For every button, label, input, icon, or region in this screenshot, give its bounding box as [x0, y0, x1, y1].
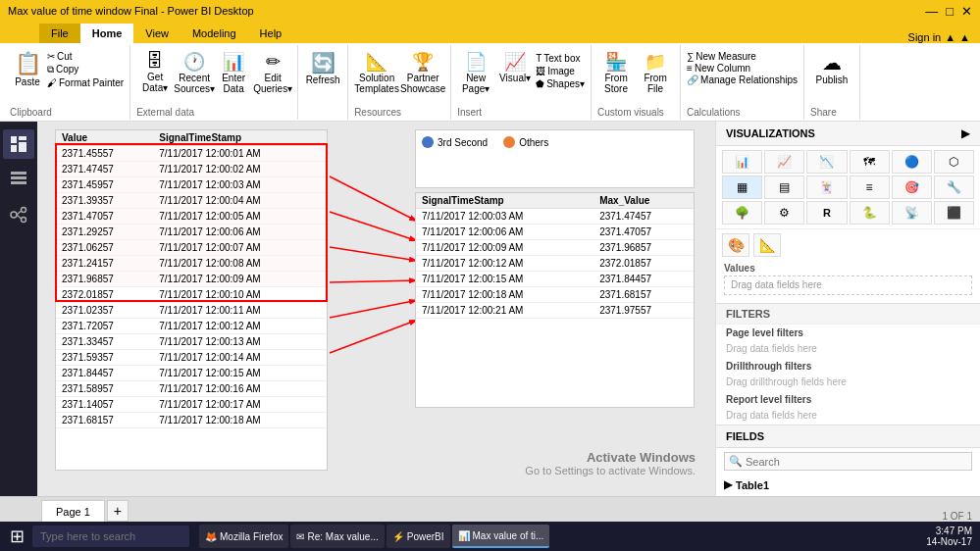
textbox-button[interactable]: T Text box: [536, 53, 585, 64]
image-button[interactable]: 🖼 Image: [536, 66, 585, 76]
table2-maxvalue-5: 2371.68157: [593, 287, 694, 303]
taskbar-email[interactable]: ✉ Re: Max value...: [290, 525, 384, 548]
viz-icon-r[interactable]: R: [806, 201, 847, 225]
new-measure-button[interactable]: ∑ New Measure: [687, 51, 798, 62]
taskbar-firefox[interactable]: 🦊 Mozilla Firefox: [199, 525, 288, 548]
viz-icon-donut[interactable]: 🔵: [892, 150, 932, 174]
viz-icon-matrix[interactable]: ▤: [764, 175, 804, 199]
close-button[interactable]: ✕: [961, 4, 972, 19]
publish-button[interactable]: ☁ Publish: [810, 47, 853, 100]
table2-timestamp-2: 7/11/2017 12:00:09 AM: [416, 240, 593, 256]
paste-button[interactable]: 📋 Paste: [10, 47, 45, 100]
viz-icon-card[interactable]: 🃏: [806, 175, 847, 199]
analytics-button[interactable]: 📐: [753, 233, 781, 257]
format-painter-button[interactable]: 🖌 Format Painter: [47, 77, 124, 88]
drillthrough-drop[interactable]: Drag drillthrough fields here: [716, 375, 980, 391]
svg-point-9: [22, 218, 26, 223]
maximize-button[interactable]: □: [946, 4, 954, 19]
copy-button[interactable]: ⧉ Copy: [47, 64, 124, 75]
viz-icon-gauge[interactable]: ⚙: [764, 201, 804, 225]
table2-row-4: 7/11/2017 12:00:15 AM 2371.84457: [416, 272, 694, 287]
taskbar-active-window[interactable]: 📊 Max value of ti...: [452, 525, 550, 548]
viz-icon-treemap[interactable]: 🌳: [722, 201, 762, 225]
format-visual-button[interactable]: 🎨: [722, 233, 749, 257]
viz-icon-multirow[interactable]: ≡: [850, 175, 890, 199]
add-page-button[interactable]: +: [107, 500, 129, 522]
table2-timestamp-0: 7/11/2017 12:00:03 AM: [416, 209, 593, 225]
viz-icon-combo[interactable]: ⬛: [934, 201, 974, 225]
get-data-button[interactable]: 🗄 GetData▾: [136, 51, 174, 100]
table2-maxvalue-4: 2371.84457: [593, 272, 694, 287]
svg-rect-1: [19, 136, 26, 140]
legend-others-label: Others: [519, 137, 548, 148]
field-item-0[interactable]: ✓ 3rd_Second: [736, 495, 972, 496]
fields-search-box[interactable]: 🔍: [724, 452, 972, 471]
table2-maxvalue-2: 2371.96857: [593, 240, 694, 256]
visual-button[interactable]: 📈 Visual▾: [496, 51, 534, 100]
drillthrough-filters-label: Drillthrough filters: [716, 358, 980, 375]
taskbar-clock: 3:47 PM 14-Nov-17: [926, 526, 976, 547]
table-visual-1[interactable]: Value SignalTimeStamp 2371.45557 7/11/20…: [55, 129, 328, 471]
expand-button[interactable]: ▲: [959, 31, 970, 43]
report-view-button[interactable]: [3, 129, 34, 159]
taskbar-search[interactable]: [32, 526, 189, 547]
minimize-button[interactable]: —: [925, 4, 938, 19]
search-icon: 🔍: [729, 455, 743, 468]
page-1-tab[interactable]: Page 1: [41, 500, 105, 522]
enter-data-button[interactable]: 📊 EnterData: [215, 51, 252, 100]
manage-relationships-button[interactable]: 🔗 Manage Relationships: [687, 75, 798, 85]
tab-view[interactable]: View: [133, 24, 181, 43]
recent-sources-icon: 🕐: [183, 51, 205, 73]
viz-icon-line[interactable]: 📈: [764, 150, 804, 174]
tab-file[interactable]: File: [39, 24, 80, 43]
recent-sources-button[interactable]: 🕐 RecentSources▾: [176, 51, 213, 100]
viz-icon-kpi[interactable]: 🎯: [892, 175, 932, 199]
viz-icon-py[interactable]: 🐍: [850, 201, 890, 225]
page-level-filters-label: Page level filters: [716, 325, 980, 341]
svg-rect-4: [11, 172, 26, 175]
relationships-view-button[interactable]: [3, 200, 34, 229]
values-well-drop[interactable]: Drag data fields here: [724, 276, 972, 295]
edit-queries-button[interactable]: ✏ EditQueries▾: [254, 51, 291, 100]
solution-templates-button[interactable]: 📐 Solution Templates: [354, 51, 399, 100]
partner-showcase-button[interactable]: 🏆 Partner Showcase: [401, 51, 444, 100]
start-button[interactable]: ⊞: [4, 526, 30, 547]
viz-icon-vert-bar[interactable]: 📡: [892, 201, 932, 225]
table1-row-1: 2371.47457 7/11/2017 12:00:02 AM: [56, 162, 327, 177]
refresh-button[interactable]: 🔄 Refresh: [304, 47, 341, 100]
from-file-button[interactable]: 📁 From File: [637, 51, 674, 100]
tab-help[interactable]: Help: [248, 24, 294, 43]
insert-label: Insert: [457, 107, 585, 118]
fields-search-input[interactable]: [746, 456, 967, 468]
taskbar-powerbi[interactable]: ⚡ PowerBI: [387, 525, 450, 548]
viz-icon-slicer[interactable]: 🔧: [934, 175, 974, 199]
viz-panel-expand[interactable]: ▶: [961, 126, 970, 140]
tab-modeling[interactable]: Modeling: [181, 24, 248, 43]
new-page-button[interactable]: 📄 New Page▾: [457, 51, 494, 100]
sign-in-button[interactable]: Sign in: [908, 31, 942, 43]
tab-home[interactable]: Home: [80, 24, 134, 43]
new-column-button[interactable]: ≡ New Column: [687, 63, 798, 74]
table1-value-4: 2371.47057: [56, 209, 153, 225]
viz-icon-bar[interactable]: 📊: [722, 150, 762, 174]
viz-icon-area[interactable]: 📉: [806, 150, 847, 174]
from-store-button[interactable]: 🏪 From Store: [597, 51, 635, 100]
table1-value-7: 2371.24157: [56, 256, 153, 272]
viz-icon-map[interactable]: 🗺: [850, 150, 890, 174]
viz-icon-scatter[interactable]: ⬡: [934, 150, 974, 174]
edit-queries-icon: ✏: [266, 51, 281, 73]
table1-timestamp-1: 7/11/2017 12:00:02 AM: [153, 162, 327, 177]
report-level-drop[interactable]: Drag data fields here: [716, 408, 980, 425]
powerbi-icon: ⚡: [392, 531, 404, 542]
table-visual-2[interactable]: SignalTimeStamp Max_Value 7/11/2017 12:0…: [415, 192, 695, 408]
table1-header[interactable]: ▶ Table1: [716, 475, 980, 495]
legend-3rd-second-label: 3rd Second: [438, 137, 488, 148]
filters-section: FILTERS Page level filters Drag data fie…: [716, 304, 980, 426]
shapes-button[interactable]: ⬟ Shapes▾: [536, 78, 585, 89]
cut-button[interactable]: ✂ Cut: [47, 51, 124, 62]
data-view-button[interactable]: [3, 165, 34, 194]
viz-icon-table[interactable]: ▦: [722, 175, 762, 199]
page-indicator: 1 OF 1: [942, 511, 972, 522]
page-level-filters-drop[interactable]: Drag data fields here: [716, 341, 980, 358]
table2-row-1: 7/11/2017 12:00:06 AM 2371.47057: [416, 225, 694, 240]
